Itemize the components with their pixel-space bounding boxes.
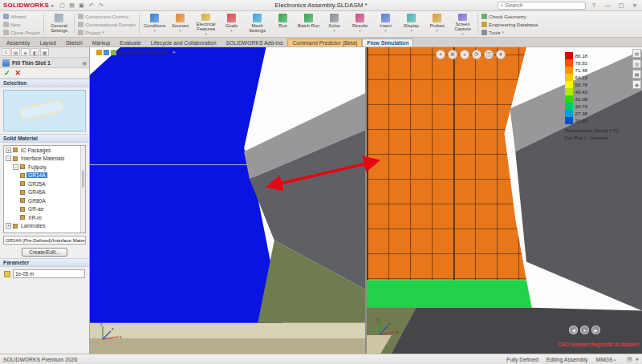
ribbon-item-engineering-database[interactable]: Engineering Database (482, 21, 538, 28)
tree-item-ic-packages[interactable]: +IC Packages (4, 146, 85, 155)
tree-item-gr25a[interactable]: GR25A (4, 180, 85, 188)
tab-lifecycle-and-collaboration[interactable]: Lifecycle and Collaboration (146, 38, 221, 47)
zoom-area-icon[interactable]: ⊕ (448, 50, 457, 59)
ribbon-button-solve[interactable]: Solve▾ (322, 12, 347, 36)
save-icon[interactable]: ▣ (78, 2, 86, 9)
tree-item-gr45a[interactable]: GR45A (4, 188, 85, 197)
mesh-display-icon[interactable]: ▦ (632, 70, 641, 79)
menu-expand-caret[interactable]: ▸ (51, 2, 55, 9)
maximize-button[interactable]: ▢ (616, 2, 627, 9)
create-edit-button[interactable]: Create/Edit... (22, 248, 67, 257)
ribbon-item-tools[interactable]: Tools▾ (482, 29, 538, 36)
pan-icon[interactable]: + (460, 50, 469, 59)
tab-layout[interactable]: Layout (35, 38, 60, 47)
tree-item-gr14a[interactable]: GR14A (4, 172, 85, 180)
tree-item-gr80a[interactable]: GR80A (4, 196, 85, 205)
ribbon-button-electrical-features[interactable]: Electrical Features▾ (193, 12, 218, 36)
close-button[interactable]: ✕ (629, 2, 640, 9)
section-header-solid-material[interactable]: Solid Material (0, 134, 89, 143)
help-icon[interactable]: ? (588, 2, 599, 8)
expand-icon[interactable]: + (6, 148, 11, 153)
open-file-icon[interactable]: ▤ (68, 2, 76, 9)
search-box[interactable]: ⌕ (498, 2, 586, 10)
property-manager-icon[interactable]: ▤ (11, 48, 20, 56)
display-manager-icon[interactable]: ◧ (30, 48, 39, 56)
viewport-results[interactable]: ⌖⊕+⟳◫▾ ▤▥▦◉ 86.1878.8371.4864.1356.7849.… (367, 47, 642, 354)
ribbon-button-screen-capture[interactable]: Screen Capture▾ (450, 12, 475, 36)
simulation-tree-icon[interactable]: ▦ (40, 48, 49, 56)
new-file-icon[interactable]: ▢ (59, 2, 67, 9)
configurations-icon[interactable]: ◈ (21, 48, 30, 56)
tab-markup[interactable]: Markup (87, 38, 116, 47)
tree-item-fujipoly[interactable]: −Fujipoly (4, 163, 85, 172)
tab-flow-simulation[interactable]: Flow Simulation (362, 38, 413, 47)
tree-item-interface-materials[interactable]: −Interface Materials (4, 155, 85, 164)
viewport-model[interactable]: Electronics Assembl... ▸ y x z (90, 47, 365, 354)
section-header-selection[interactable]: Selection (0, 79, 89, 87)
ribbon-button-display[interactable]: Display▾ (399, 12, 424, 36)
pin-icon[interactable]: ◉ (83, 60, 87, 66)
tab-command-predictor-beta[interactable]: Command Predictor (Beta) (287, 38, 362, 47)
previous-icon[interactable]: ◀ (569, 326, 578, 334)
svg-text:y: y (100, 322, 103, 326)
material-tree[interactable]: +IC Packages−Interface Materials−Fujipol… (3, 145, 86, 233)
flyout-expand-caret[interactable]: ▸ (173, 49, 176, 55)
tree-scrollbar[interactable] (80, 146, 85, 233)
legend-color-swatch (565, 88, 573, 95)
ribbon-item-clone-project[interactable]: Clone Project (3, 29, 40, 36)
record-icon[interactable]: ● (580, 326, 589, 334)
ribbon-button-run[interactable]: Run (270, 12, 295, 36)
search-input[interactable] (505, 2, 577, 8)
tab-solidworks-add-ins[interactable]: SOLIDWORKS Add-Ins (221, 38, 287, 47)
section-view-icon[interactable]: ◫ (484, 50, 494, 59)
ribbon-item-check-geometry[interactable]: Check Geometry (482, 13, 538, 20)
ribbon-button-goals[interactable]: Goals▾ (219, 12, 244, 36)
viewport-splitter[interactable] (365, 47, 367, 354)
parameter-value-field[interactable]: 1e-05 m (13, 269, 85, 278)
ribbon-button-probes[interactable]: Probes▾ (425, 12, 449, 36)
camera-icon[interactable]: ◉ (632, 80, 641, 89)
ribbon-item-computational-domain[interactable]: Computational Domain (78, 21, 136, 28)
tree-item-gr-ae[interactable]: GR-ae (4, 205, 85, 214)
ribbon-button-insert[interactable]: Insert▾ (373, 12, 398, 36)
flyout-label[interactable]: Electronics Assembl... (118, 50, 171, 55)
tab-assembly[interactable]: Assembly (2, 38, 35, 47)
confirm-button[interactable]: ✓ (4, 69, 10, 77)
redo-icon[interactable]: ↷ (97, 2, 105, 9)
ribbon-button-general-settings[interactable]: General Settings (47, 12, 71, 36)
plot-notes-icon[interactable]: ▥ (632, 59, 641, 68)
tree-item-xr-m[interactable]: XR-m (4, 213, 85, 222)
ribbon-item-label: Computational Domain (85, 22, 136, 27)
legend-settings-icon[interactable]: ▤ (632, 49, 641, 58)
ribbon-item-component-control[interactable]: Component Control (78, 13, 136, 20)
ribbon-item-project[interactable]: Project▾ (78, 29, 136, 36)
tree-item-laminates[interactable]: +Laminates (4, 222, 85, 231)
section-header-parameter[interactable]: Parameter (0, 258, 89, 267)
undo-icon[interactable]: ↶ (87, 2, 95, 9)
view-settings-icon[interactable]: ▾ (496, 50, 506, 59)
tab-evaluate[interactable]: Evaluate (115, 38, 145, 47)
ribbon-item-new[interactable]: New (3, 21, 40, 28)
ribbon-button-batch-run[interactable]: Batch Run (296, 12, 321, 36)
expand-icon[interactable]: + (6, 223, 11, 229)
tree-item-label: Laminates (19, 223, 47, 229)
temperature-legend: 86.1878.8371.4864.1356.7849.4342.0834.73… (565, 52, 618, 140)
feature-tree-flyout[interactable]: Electronics Assembl... ▸ (96, 49, 179, 55)
ribbon-button-sources[interactable]: Sources▾ (168, 12, 193, 36)
next-icon[interactable]: ▶ (591, 326, 600, 334)
feature-tree-icon[interactable]: ≡ (2, 48, 10, 56)
status-units-selector[interactable]: MMGS▾ (595, 357, 616, 362)
selection-preview[interactable] (3, 90, 86, 131)
ribbon-item-wizard[interactable]: Wizard (3, 13, 40, 20)
collapse-icon[interactable]: − (13, 164, 18, 170)
tree-scrollbar-thumb[interactable] (82, 170, 84, 188)
tab-sketch[interactable]: Sketch (61, 38, 87, 47)
minimize-button[interactable]: — (602, 2, 613, 8)
ribbon-button-conditions[interactable]: Conditions▾ (142, 12, 167, 36)
cancel-button[interactable]: ✕ (15, 69, 22, 77)
rotate-icon[interactable]: ⟳ (472, 50, 482, 59)
zoom-fit-icon[interactable]: ⌖ (436, 50, 445, 59)
collapse-icon[interactable]: − (6, 156, 11, 161)
ribbon-button-mesh-settings[interactable]: Mesh Settings (245, 12, 270, 36)
ribbon-button-results[interactable]: Results▾ (347, 12, 372, 36)
